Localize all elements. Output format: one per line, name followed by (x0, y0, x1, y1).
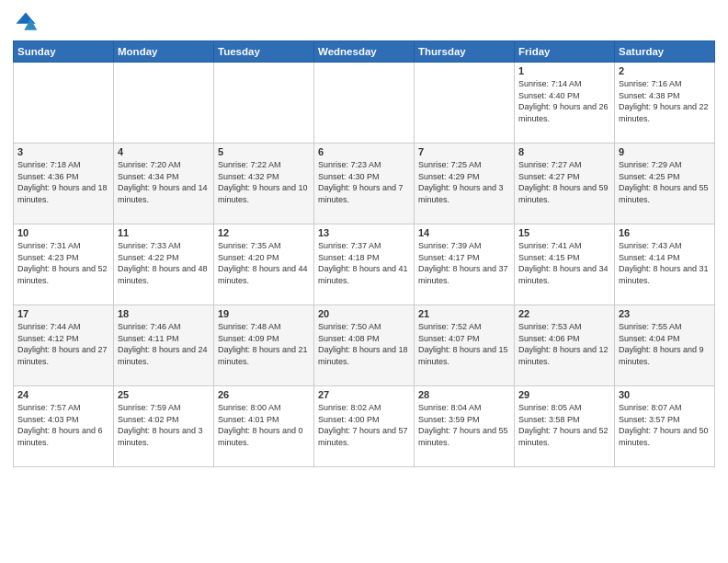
calendar-cell: 11Sunrise: 7:33 AM Sunset: 4:22 PM Dayli… (114, 224, 214, 305)
calendar-cell: 15Sunrise: 7:41 AM Sunset: 4:15 PM Dayli… (515, 224, 615, 305)
day-number: 30 (619, 389, 711, 400)
cell-info: Sunrise: 7:46 AM Sunset: 4:11 PM Dayligh… (118, 321, 210, 367)
day-number: 1 (518, 65, 610, 76)
calendar-cell: 18Sunrise: 7:46 AM Sunset: 4:11 PM Dayli… (114, 305, 214, 386)
calendar-cell: 1Sunrise: 7:14 AM Sunset: 4:40 PM Daylig… (515, 63, 615, 144)
calendar-cell: 30Sunrise: 8:07 AM Sunset: 3:57 PM Dayli… (615, 386, 715, 467)
page: SundayMondayTuesdayWednesdayThursdayFrid… (0, 0, 728, 563)
day-number: 13 (318, 227, 410, 238)
calendar-cell: 20Sunrise: 7:50 AM Sunset: 4:08 PM Dayli… (314, 305, 415, 386)
cell-info: Sunrise: 7:29 AM Sunset: 4:25 PM Dayligh… (619, 159, 711, 205)
weekday-thursday: Thursday (415, 41, 515, 63)
cell-info: Sunrise: 7:14 AM Sunset: 4:40 PM Dayligh… (518, 78, 610, 124)
calendar-cell: 17Sunrise: 7:44 AM Sunset: 4:12 PM Dayli… (14, 305, 114, 386)
day-number: 2 (619, 65, 711, 76)
weekday-header-row: SundayMondayTuesdayWednesdayThursdayFrid… (14, 41, 715, 63)
logo-icon (13, 9, 39, 35)
calendar-cell: 23Sunrise: 7:55 AM Sunset: 4:04 PM Dayli… (615, 305, 715, 386)
day-number: 15 (518, 227, 610, 238)
calendar-row-2: 10Sunrise: 7:31 AM Sunset: 4:23 PM Dayli… (14, 224, 715, 305)
calendar-row-0: 1Sunrise: 7:14 AM Sunset: 4:40 PM Daylig… (14, 63, 715, 144)
cell-info: Sunrise: 7:43 AM Sunset: 4:14 PM Dayligh… (619, 240, 711, 286)
cell-info: Sunrise: 7:41 AM Sunset: 4:15 PM Dayligh… (518, 240, 610, 286)
day-number: 21 (418, 308, 510, 319)
weekday-wednesday: Wednesday (314, 41, 415, 63)
header (13, 9, 715, 35)
day-number: 10 (17, 227, 109, 238)
calendar-cell: 21Sunrise: 7:52 AM Sunset: 4:07 PM Dayli… (415, 305, 515, 386)
day-number: 23 (619, 308, 711, 319)
calendar-cell: 26Sunrise: 8:00 AM Sunset: 4:01 PM Dayli… (214, 386, 314, 467)
calendar-cell: 8Sunrise: 7:27 AM Sunset: 4:27 PM Daylig… (515, 144, 615, 224)
day-number: 27 (318, 389, 410, 400)
day-number: 8 (518, 146, 610, 157)
cell-info: Sunrise: 7:37 AM Sunset: 4:18 PM Dayligh… (318, 240, 410, 286)
calendar-row-1: 3Sunrise: 7:18 AM Sunset: 4:36 PM Daylig… (14, 144, 715, 224)
day-number: 7 (418, 146, 510, 157)
calendar-cell (314, 63, 415, 144)
day-number: 29 (518, 389, 610, 400)
cell-info: Sunrise: 7:20 AM Sunset: 4:34 PM Dayligh… (118, 159, 210, 205)
calendar-cell: 5Sunrise: 7:22 AM Sunset: 4:32 PM Daylig… (214, 144, 314, 224)
calendar-cell (14, 63, 114, 144)
cell-info: Sunrise: 7:52 AM Sunset: 4:07 PM Dayligh… (418, 321, 510, 367)
calendar-table: SundayMondayTuesdayWednesdayThursdayFrid… (13, 40, 715, 467)
cell-info: Sunrise: 8:07 AM Sunset: 3:57 PM Dayligh… (619, 402, 711, 448)
day-number: 4 (118, 146, 210, 157)
cell-info: Sunrise: 7:53 AM Sunset: 4:06 PM Dayligh… (518, 321, 610, 367)
calendar-cell (415, 63, 515, 144)
cell-info: Sunrise: 7:44 AM Sunset: 4:12 PM Dayligh… (17, 321, 109, 367)
weekday-monday: Monday (114, 41, 214, 63)
calendar-cell: 9Sunrise: 7:29 AM Sunset: 4:25 PM Daylig… (615, 144, 715, 224)
cell-info: Sunrise: 8:05 AM Sunset: 3:58 PM Dayligh… (518, 402, 610, 448)
calendar-cell: 24Sunrise: 7:57 AM Sunset: 4:03 PM Dayli… (14, 386, 114, 467)
cell-info: Sunrise: 8:00 AM Sunset: 4:01 PM Dayligh… (218, 402, 310, 448)
day-number: 20 (318, 308, 410, 319)
calendar-cell: 12Sunrise: 7:35 AM Sunset: 4:20 PM Dayli… (214, 224, 314, 305)
cell-info: Sunrise: 7:18 AM Sunset: 4:36 PM Dayligh… (17, 159, 109, 205)
calendar-cell: 13Sunrise: 7:37 AM Sunset: 4:18 PM Dayli… (314, 224, 415, 305)
day-number: 24 (17, 389, 109, 400)
day-number: 12 (218, 227, 310, 238)
cell-info: Sunrise: 7:39 AM Sunset: 4:17 PM Dayligh… (418, 240, 510, 286)
cell-info: Sunrise: 7:59 AM Sunset: 4:02 PM Dayligh… (118, 402, 210, 448)
logo (13, 9, 42, 35)
day-number: 18 (118, 308, 210, 319)
calendar-cell (114, 63, 214, 144)
day-number: 16 (619, 227, 711, 238)
calendar-cell: 4Sunrise: 7:20 AM Sunset: 4:34 PM Daylig… (114, 144, 214, 224)
day-number: 6 (318, 146, 410, 157)
day-number: 17 (17, 308, 109, 319)
calendar-cell: 6Sunrise: 7:23 AM Sunset: 4:30 PM Daylig… (314, 144, 415, 224)
calendar-cell: 14Sunrise: 7:39 AM Sunset: 4:17 PM Dayli… (415, 224, 515, 305)
cell-info: Sunrise: 7:22 AM Sunset: 4:32 PM Dayligh… (218, 159, 310, 205)
calendar-cell (214, 63, 314, 144)
calendar-cell: 10Sunrise: 7:31 AM Sunset: 4:23 PM Dayli… (14, 224, 114, 305)
calendar-cell: 2Sunrise: 7:16 AM Sunset: 4:38 PM Daylig… (615, 63, 715, 144)
cell-info: Sunrise: 7:55 AM Sunset: 4:04 PM Dayligh… (619, 321, 711, 367)
day-number: 11 (118, 227, 210, 238)
cell-info: Sunrise: 7:23 AM Sunset: 4:30 PM Dayligh… (318, 159, 410, 205)
calendar-row-4: 24Sunrise: 7:57 AM Sunset: 4:03 PM Dayli… (14, 386, 715, 467)
cell-info: Sunrise: 7:50 AM Sunset: 4:08 PM Dayligh… (318, 321, 410, 367)
day-number: 26 (218, 389, 310, 400)
calendar-cell: 3Sunrise: 7:18 AM Sunset: 4:36 PM Daylig… (14, 144, 114, 224)
cell-info: Sunrise: 7:31 AM Sunset: 4:23 PM Dayligh… (17, 240, 109, 286)
weekday-sunday: Sunday (14, 41, 114, 63)
cell-info: Sunrise: 7:33 AM Sunset: 4:22 PM Dayligh… (118, 240, 210, 286)
calendar-cell: 19Sunrise: 7:48 AM Sunset: 4:09 PM Dayli… (214, 305, 314, 386)
day-number: 28 (418, 389, 510, 400)
cell-info: Sunrise: 8:02 AM Sunset: 4:00 PM Dayligh… (318, 402, 410, 448)
day-number: 19 (218, 308, 310, 319)
calendar-cell: 28Sunrise: 8:04 AM Sunset: 3:59 PM Dayli… (415, 386, 515, 467)
day-number: 22 (518, 308, 610, 319)
cell-info: Sunrise: 7:35 AM Sunset: 4:20 PM Dayligh… (218, 240, 310, 286)
day-number: 25 (118, 389, 210, 400)
calendar-cell: 27Sunrise: 8:02 AM Sunset: 4:00 PM Dayli… (314, 386, 415, 467)
weekday-friday: Friday (515, 41, 615, 63)
calendar-row-3: 17Sunrise: 7:44 AM Sunset: 4:12 PM Dayli… (14, 305, 715, 386)
calendar-cell: 16Sunrise: 7:43 AM Sunset: 4:14 PM Dayli… (615, 224, 715, 305)
cell-info: Sunrise: 7:27 AM Sunset: 4:27 PM Dayligh… (518, 159, 610, 205)
svg-marker-0 (17, 13, 36, 24)
calendar-cell: 22Sunrise: 7:53 AM Sunset: 4:06 PM Dayli… (515, 305, 615, 386)
